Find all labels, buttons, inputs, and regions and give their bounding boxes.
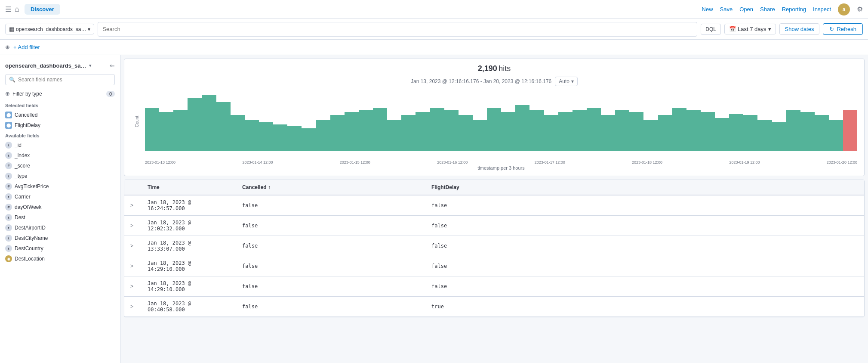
- histogram-bar[interactable]: [473, 120, 487, 151]
- selected-field-cancelled[interactable]: ⬤ Cancelled: [0, 110, 120, 120]
- histogram-bar[interactable]: [430, 108, 444, 151]
- histogram-bar[interactable]: [387, 120, 401, 151]
- histogram-bar[interactable]: [245, 120, 259, 151]
- histogram-bar[interactable]: [216, 102, 231, 151]
- field-item-avgticketprice[interactable]: # AvgTicketPrice: [0, 181, 120, 192]
- show-dates-button[interactable]: Show dates: [779, 23, 820, 35]
- field-search-input[interactable]: [18, 77, 111, 83]
- histogram-bar[interactable]: [829, 120, 843, 151]
- cancelled-col-header[interactable]: Cancelled ↑: [236, 180, 425, 195]
- search-input[interactable]: [102, 26, 693, 32]
- histogram-bar[interactable]: [302, 128, 316, 151]
- open-link[interactable]: Open: [739, 6, 753, 12]
- histogram-bar[interactable]: [743, 115, 757, 151]
- histogram-bar[interactable]: [686, 110, 701, 151]
- row-expand-button[interactable]: >: [130, 223, 133, 229]
- table-body: > Jan 18, 2023 @ 16:24:57.000 false fals…: [124, 195, 864, 317]
- share-link[interactable]: Share: [760, 6, 775, 12]
- histogram-bar[interactable]: [202, 95, 216, 151]
- inspect-link[interactable]: Inspect: [813, 6, 831, 12]
- histogram-bar[interactable]: [529, 110, 544, 151]
- field-item-destcityname[interactable]: t DestCityName: [0, 233, 120, 243]
- dql-button[interactable]: DQL: [701, 24, 721, 35]
- new-link[interactable]: New: [702, 6, 713, 12]
- selected-field-flightdelay[interactable]: ⬤ FlightDelay: [0, 120, 120, 130]
- histogram-bar[interactable]: [501, 112, 515, 151]
- auto-select[interactable]: Auto ▾: [555, 77, 578, 86]
- field-item-carrier[interactable]: t Carrier: [0, 192, 120, 202]
- histogram-bar[interactable]: [558, 112, 573, 151]
- field-search-wrap[interactable]: 🔍: [5, 74, 115, 85]
- home-icon[interactable]: ⌂: [15, 5, 19, 14]
- histogram-bar[interactable]: [629, 112, 643, 151]
- back-arrow-icon[interactable]: ⇐: [110, 62, 115, 69]
- histogram-bar[interactable]: [273, 124, 287, 151]
- histogram-bar[interactable]: [573, 110, 587, 151]
- histogram-bar[interactable]: [615, 110, 629, 151]
- histogram-bar[interactable]: [359, 110, 373, 151]
- avatar[interactable]: a: [838, 3, 850, 16]
- histogram-bar[interactable]: [416, 112, 430, 151]
- histogram-bar[interactable]: [815, 115, 829, 151]
- histogram-bar[interactable]: [757, 120, 772, 151]
- field-item-index[interactable]: t _index: [0, 150, 120, 161]
- field-item-destlocation[interactable]: ◉ DestLocation: [0, 254, 120, 264]
- histogram-bar[interactable]: [587, 108, 601, 151]
- histogram-bar[interactable]: [145, 108, 159, 151]
- histogram-bar[interactable]: [444, 110, 459, 151]
- add-filter-button[interactable]: + Add filter: [13, 44, 40, 50]
- refresh-button[interactable]: ↻ Refresh: [823, 23, 863, 35]
- histogram-bar[interactable]: [259, 122, 273, 151]
- histogram-bar[interactable]: [287, 126, 302, 151]
- field-item-destairportid[interactable]: t DestAirportID: [0, 223, 120, 233]
- histogram-bar[interactable]: [401, 115, 416, 151]
- field-item-destcountry[interactable]: t DestCountry: [0, 243, 120, 254]
- histogram-bar[interactable]: [544, 115, 558, 151]
- histogram-bar[interactable]: [316, 120, 330, 151]
- index-selector[interactable]: ▦ opensearch_dashboards_sa… ▾: [5, 24, 94, 34]
- reporting-link[interactable]: Reporting: [782, 6, 806, 12]
- histogram-bar[interactable]: [515, 105, 529, 151]
- histogram-chart[interactable]: [145, 90, 857, 151]
- histogram-bar[interactable]: [658, 115, 672, 151]
- gear-icon[interactable]: ⚙: [857, 5, 863, 13]
- field-item-dest[interactable]: t Dest: [0, 212, 120, 223]
- histogram-bar[interactable]: [643, 120, 658, 151]
- histogram-bar[interactable]: [459, 115, 473, 151]
- histogram-bar[interactable]: [843, 110, 857, 151]
- save-link[interactable]: Save: [720, 6, 733, 12]
- histogram-bar[interactable]: [800, 112, 815, 151]
- row-expand-button[interactable]: >: [130, 243, 133, 249]
- histogram-bar[interactable]: [729, 114, 743, 151]
- flightdelay-col-header[interactable]: FlightDelay: [425, 180, 864, 195]
- hamburger-menu-icon[interactable]: ☰: [5, 5, 11, 13]
- index-row[interactable]: opensearch_dashboards_sa… ▾ ⇐: [0, 59, 120, 72]
- filter-type-row[interactable]: ⊕ Filter by type 0: [0, 89, 120, 100]
- histogram-bar[interactable]: [159, 112, 173, 151]
- row-expand-button[interactable]: >: [130, 202, 133, 208]
- histogram-bar[interactable]: [373, 108, 387, 151]
- histogram-bar[interactable]: [188, 98, 202, 151]
- histogram-bar[interactable]: [231, 115, 245, 151]
- row-expand-button[interactable]: >: [130, 304, 133, 310]
- field-item-type[interactable]: t _type: [0, 171, 120, 181]
- histogram-bar[interactable]: [601, 115, 615, 151]
- histogram-bar[interactable]: [345, 112, 359, 151]
- histogram-bar[interactable]: [330, 115, 345, 151]
- histogram-bar[interactable]: [173, 110, 188, 151]
- histogram-bar[interactable]: [672, 108, 686, 151]
- search-input-wrap[interactable]: [98, 22, 697, 37]
- row-expand-button[interactable]: >: [130, 283, 133, 289]
- histogram-bar[interactable]: [772, 122, 786, 151]
- field-item-dayofweek[interactable]: # dayOfWeek: [0, 202, 120, 212]
- field-item-id[interactable]: t _id: [0, 140, 120, 150]
- histogram-bar[interactable]: [487, 108, 501, 151]
- discover-tab[interactable]: Discover: [25, 4, 60, 15]
- time-range-selector[interactable]: 📅 Last 7 days ▾: [724, 24, 776, 34]
- histogram-bar[interactable]: [701, 112, 715, 151]
- time-col-header[interactable]: Time: [142, 180, 236, 195]
- field-item-score[interactable]: # _score: [0, 161, 120, 171]
- histogram-bar[interactable]: [786, 110, 800, 151]
- row-expand-button[interactable]: >: [130, 263, 133, 269]
- histogram-bar[interactable]: [715, 118, 729, 151]
